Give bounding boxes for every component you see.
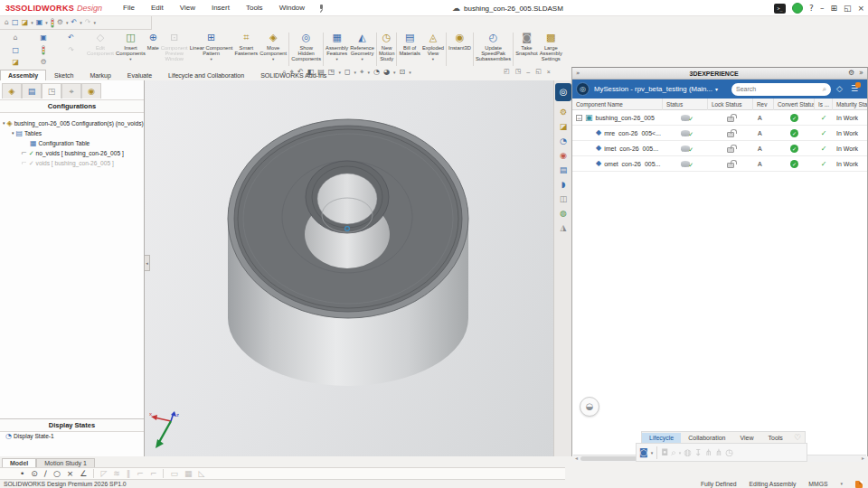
tree-config-voids[interactable]: ⌐ ✓ voids [ bushing_con-26_005 ] — [21, 158, 164, 168]
collapse-row-icon[interactable]: − — [576, 115, 582, 121]
sketch-ellipse-icon[interactable]: ○ — [53, 470, 61, 478]
sketch-trim-icon[interactable]: × — [67, 470, 74, 478]
property-manager-tab[interactable]: ▤ — [22, 83, 42, 99]
sketch-circle-icon[interactable]: ⊙ — [31, 470, 38, 478]
search-box[interactable]: ⌕ — [731, 83, 831, 96]
branch-icon[interactable]: ⋔ — [704, 448, 712, 457]
menu-insert[interactable]: Insert — [203, 4, 238, 12]
view-settings-icon[interactable]: ⊡ — [400, 69, 406, 76]
session-caret-icon[interactable]: ▾ — [715, 87, 718, 92]
restore-button[interactable]: ◱ — [844, 5, 852, 13]
lab-icon[interactable]: ◮ — [557, 221, 570, 235]
model-3d[interactable] — [145, 80, 553, 456]
cmd-assembly-features[interactable]: ▦Assembly Features▾ — [325, 31, 349, 68]
caret-icon[interactable]: ▾ — [393, 70, 396, 75]
cmd-update-speedpak[interactable]: ◴Update SpeedPak Subassemblies — [475, 31, 512, 68]
unlocked-icon[interactable] — [727, 147, 734, 153]
cmd-smart-fasteners[interactable]: ⌗Smart Fasteners — [233, 31, 259, 68]
tab-tools[interactable]: Tools — [761, 433, 790, 443]
cmd-component-preview-window[interactable]: ⊡Component Preview Window — [160, 31, 189, 68]
world-icon[interactable]: ◍ — [557, 207, 570, 221]
sketch-centerline-icon[interactable]: ∠ — [80, 470, 87, 478]
insert-revision-icon[interactable]: ↧ — [694, 448, 702, 457]
col-convert-status[interactable]: Convert Status — [774, 99, 815, 110]
menu-edit[interactable]: Edit — [143, 4, 172, 12]
doc-close-button[interactable]: × — [547, 69, 551, 75]
tab-view[interactable]: View — [732, 433, 760, 443]
tree-tables[interactable]: ▾ ▤ Tables — [12, 128, 155, 138]
dimxpert-manager-tab[interactable]: ⌖ — [61, 83, 81, 99]
col-status[interactable]: Status — [663, 99, 708, 110]
traffic-light-icon[interactable] — [42, 45, 45, 55]
tab-collaboration[interactable]: Collaboration — [681, 433, 732, 443]
forum-icon[interactable]: ◗ — [557, 178, 570, 192]
save-lifecycle-icon[interactable]: ◙ — [639, 448, 648, 457]
col-is[interactable]: Is ... — [815, 99, 833, 110]
save-icon[interactable]: ▣ — [40, 34, 47, 42]
pane-right-icon[interactable]: ◳ — [515, 69, 522, 75]
sketch-mirror-icon[interactable]: ◸ — [100, 470, 107, 478]
col-maturity-state[interactable]: Maturity Stat — [833, 99, 867, 110]
sketch-convert-icon[interactable]: ∥ — [127, 470, 131, 478]
panel-pin-icon[interactable]: » — [859, 70, 863, 77]
caret-icon[interactable]: ▾ — [80, 20, 82, 25]
3dexperience-task-tab[interactable]: ◎ — [555, 83, 571, 101]
tile-windows-button[interactable]: ⊞ — [830, 5, 837, 13]
design-library-icon[interactable]: ⚙ — [557, 106, 570, 119]
close-button[interactable]: × — [857, 4, 864, 13]
sketch-offset-icon[interactable]: ≋ — [113, 470, 120, 478]
annotation-views-icon[interactable]: ▤ — [317, 69, 325, 76]
cmd-exploded-view[interactable]: ◬Exploded View▾ — [421, 31, 445, 68]
tab-lifecycle-collaboration[interactable]: Lifecycle and Collaboration — [160, 70, 252, 80]
tab-model[interactable]: Model — [2, 458, 36, 467]
favorites-heart-icon[interactable]: ♡ — [790, 434, 805, 442]
graphics-viewport[interactable]: x z ◂ — [145, 80, 553, 456]
caret-icon[interactable]: ▾ — [93, 20, 96, 25]
tab-lifecycle[interactable]: Lifecycle — [642, 433, 681, 443]
minimize-button[interactable]: – — [820, 4, 825, 13]
cmd-insert-components[interactable]: ◫Insert Components▾ — [115, 31, 146, 68]
caret-icon[interactable]: ▾ — [354, 70, 357, 75]
history-icon[interactable]: ◷ — [725, 448, 733, 457]
options-gear-icon[interactable]: ⚙ — [40, 59, 46, 66]
view-orientation-icon[interactable]: ◳ — [328, 69, 335, 76]
col-component-name[interactable]: Component Name — [572, 99, 663, 110]
panel-gear-icon[interactable]: ⚙ — [848, 70, 854, 77]
sketch-corner2-icon[interactable]: ⌐ — [150, 470, 157, 478]
open-icon[interactable]: ◪ — [13, 59, 20, 66]
zoom-area-icon[interactable]: ⌖ — [289, 69, 294, 76]
home-icon[interactable]: ⌂ — [5, 19, 9, 26]
scroll-right-icon[interactable]: ▸ — [862, 455, 864, 461]
col-lock-status[interactable]: Lock Status — [708, 99, 753, 110]
redo-icon[interactable]: ↷ — [68, 47, 74, 54]
sketch-line-icon[interactable]: ∕ — [44, 470, 47, 478]
cmd-instant3d[interactable]: ◉Instant3D — [448, 31, 472, 68]
unlocked-icon[interactable] — [727, 132, 734, 137]
scrollbar-thumb[interactable] — [580, 456, 640, 461]
table-row[interactable]: ◆omet_con-26_005... A ✓ ✓ In Work — [572, 156, 867, 172]
cmd-large-assembly-settings[interactable]: ▩Large Assembly Settings — [539, 31, 563, 68]
file-explorer-icon[interactable]: ◪ — [557, 120, 570, 134]
menu-window[interactable]: Window — [271, 4, 313, 12]
open-icon[interactable]: ◪ — [22, 19, 29, 26]
table-row[interactable]: −▣bushing_con-26_005 A ✓ ✓ In Work — [572, 110, 867, 126]
display-state-item[interactable]: ◔ Display State-1 — [5, 431, 148, 441]
home-icon[interactable]: ⌂ — [14, 34, 18, 42]
expand-arrow-icon[interactable]: ▾ — [3, 121, 5, 126]
save-icon[interactable]: ▣ — [36, 19, 43, 26]
branch-move-icon[interactable]: ⋔ — [715, 448, 722, 457]
cmd-edit-component[interactable]: ◇Edit Component — [86, 31, 115, 68]
scroll-left-icon[interactable]: ◂ — [575, 455, 578, 461]
command-prompt-icon[interactable]: >_ — [774, 4, 786, 14]
duplicate-icon[interactable]: ◘ — [661, 448, 668, 457]
expand-arrow-icon[interactable]: ▾ — [12, 131, 14, 136]
caret-icon[interactable]: ▾ — [66, 20, 69, 25]
options-gear-icon[interactable]: ⚙ — [57, 19, 63, 26]
color-wheel-icon[interactable]: ◉ — [557, 149, 570, 163]
caret-icon[interactable]: ▾ — [679, 450, 682, 455]
appearances-icon[interactable]: ◔ — [557, 135, 570, 148]
doc-minimize-button[interactable]: – — [526, 69, 530, 75]
new-document-icon[interactable]: □ — [12, 19, 19, 26]
undo-icon[interactable]: ↶ — [71, 19, 77, 26]
tab-motion-study[interactable]: Motion Study 1 — [36, 458, 95, 467]
